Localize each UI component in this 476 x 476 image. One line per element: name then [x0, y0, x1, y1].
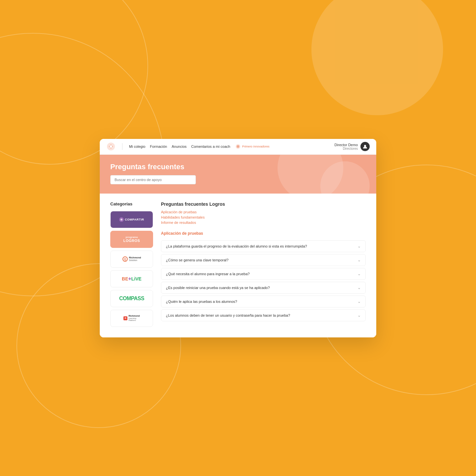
faq-chevron-2: ⌄ [357, 272, 361, 276]
partner-logo: Primero innovadores [235, 144, 269, 149]
sidebar-item-richmond-solution[interactable]: Q Richmond Solution [110, 251, 153, 268]
partner-icon [235, 144, 241, 149]
search-bar [110, 175, 366, 184]
hero-shape-1 [278, 155, 343, 194]
app-logo [106, 142, 116, 151]
svg-point-3 [237, 145, 239, 148]
svg-point-5 [120, 219, 122, 221]
transforma-logo-icon [106, 142, 116, 151]
faq-item-1[interactable]: ¿Cómo se genera una clave temporal? ⌄ [161, 254, 366, 266]
faq-section-title: Preguntas frecuentes Logros [161, 201, 366, 207]
faq-item-3[interactable]: ¿Es posible reiniciar una prueba cuando … [161, 282, 366, 294]
nav-divider [122, 143, 122, 150]
belive-live: LiVE [131, 276, 142, 281]
faq-item-4[interactable]: ¿Quién le aplica las pruebas a los alumn… [161, 296, 366, 307]
nav-link-formacion[interactable]: Formación [150, 145, 167, 148]
compass-logo: COMPASS [119, 296, 144, 302]
sidebar-item-belive[interactable]: BE+LiVE [110, 270, 153, 287]
faq-chevron-0: ⌄ [357, 244, 361, 249]
faq-item-5[interactable]: ¿Los alumnos deben de tener un usuario y… [161, 309, 366, 321]
app-window: Mi colegio Formación Anuncios Comentario… [100, 139, 376, 337]
faq-question-0: ¿La plataforma guarda el progreso de la … [166, 244, 355, 248]
sub-link-aplicacion[interactable]: Aplicación de pruebas [161, 210, 366, 214]
logros-logo: programa LOGROS [122, 234, 142, 244]
hero-section: Preguntas frecuentes [100, 155, 376, 194]
rlp-text: Richmond Learning Platform [128, 315, 140, 322]
richmond-q-circle: Q [122, 256, 128, 262]
nav-link-comentarios[interactable]: Comentarios a mi coach [191, 145, 230, 148]
sidebar-item-logros[interactable]: programa LOGROS [110, 231, 153, 248]
rlp-icon: R [123, 316, 127, 320]
logros-program-label: programa [126, 236, 138, 239]
faq-chevron-4: ⌄ [357, 299, 361, 304]
richmond-solution-logo: Q Richmond Solution [122, 256, 141, 262]
faq-sub-links: Aplicación de pruebas Habilidades fundam… [161, 210, 366, 225]
compartir-logo: COMPARTIR [111, 211, 153, 228]
user-avatar[interactable] [360, 142, 370, 151]
belive-logo: BE+LiVE [122, 276, 142, 282]
belive-be: BE [122, 276, 128, 281]
belive-plus: + [128, 276, 131, 281]
sidebar-item-compass[interactable]: COMPASS [110, 290, 153, 307]
bg-decoration-5 [311, 0, 443, 115]
richmond-text: Richmond Solution [129, 256, 141, 262]
partner-label: Primero innovadores [242, 145, 269, 148]
user-info: Director Demo Directores [334, 143, 358, 150]
sidebar-item-rlp[interactable]: R Richmond Learning Platform [110, 310, 153, 327]
sidebar: Categorías COMPARTIR programa LOGROS [110, 201, 153, 330]
faq-item-2[interactable]: ¿Qué necesita el alumno para ingresar a … [161, 268, 366, 280]
content-area: Categorías COMPARTIR programa LOGROS [100, 194, 376, 337]
rlp-logo: R Richmond Learning Platform [123, 315, 140, 322]
navbar-right: Director Demo Directores [334, 142, 370, 151]
faq-chevron-3: ⌄ [357, 285, 361, 290]
sidebar-title: Categorías [110, 201, 153, 206]
search-input[interactable] [110, 175, 196, 184]
faq-chevron-1: ⌄ [357, 258, 361, 262]
faq-question-1: ¿Cómo se genera una clave temporal? [166, 258, 355, 262]
svg-point-1 [110, 145, 112, 148]
faq-main: Preguntas frecuentes Logros Aplicación d… [161, 201, 366, 330]
faq-subsection-title: Aplicación de pruebas [161, 231, 366, 237]
compartir-label: COMPARTIR [125, 218, 144, 221]
sub-link-habilidades[interactable]: Habilidades fundamentales [161, 215, 366, 219]
user-name: Director Demo [334, 143, 358, 147]
faq-question-5: ¿Los alumnos deben de tener un usuario y… [166, 313, 355, 317]
logros-label: LOGROS [123, 239, 140, 243]
nav-link-anuncios[interactable]: Anuncios [172, 145, 187, 148]
sub-link-informe[interactable]: Informe de resultados [161, 221, 366, 225]
faq-item-0[interactable]: ¿La plataforma guarda el progreso de la … [161, 240, 366, 252]
nav-links: Mi colegio Formación Anuncios Comentario… [129, 145, 230, 148]
nav-link-mi-colegio[interactable]: Mi colegio [129, 145, 145, 148]
sidebar-item-compartir[interactable]: COMPARTIR [110, 211, 153, 228]
user-role: Directores [334, 147, 358, 150]
faq-question-2: ¿Qué necesita el alumno para ingresar a … [166, 272, 355, 276]
compartir-dot [119, 217, 124, 222]
navbar: Mi colegio Formación Anuncios Comentario… [100, 139, 376, 155]
faq-question-3: ¿Es posible reiniciar una prueba cuando … [166, 286, 355, 290]
faq-chevron-5: ⌄ [357, 313, 361, 318]
page-title: Preguntas frecuentes [110, 163, 366, 171]
navbar-left: Mi colegio Formación Anuncios Comentario… [106, 142, 269, 151]
faq-question-4: ¿Quién le aplica las pruebas a los alumn… [166, 300, 355, 304]
